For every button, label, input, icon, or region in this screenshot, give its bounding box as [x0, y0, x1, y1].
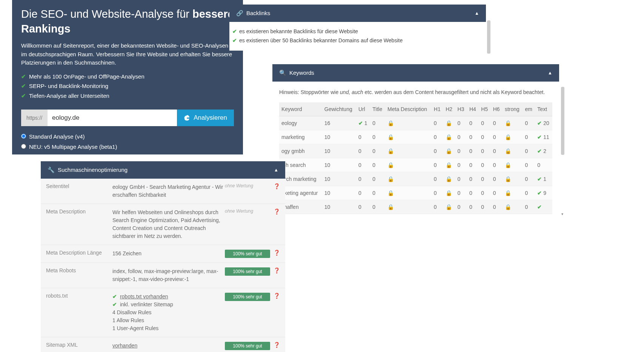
- hero-feature-item: ✔Tiefen-Analyse aller Unterseiten: [21, 91, 234, 101]
- help-icon[interactable]: ❓: [270, 293, 280, 299]
- lock-icon: 🔒: [387, 120, 394, 126]
- table-header: Title: [370, 102, 385, 116]
- table-cell: 0: [479, 144, 490, 158]
- table-cell: ogy gmbh: [279, 144, 322, 158]
- keywords-hint: Hinweis: Stoppwörter wie und, auch etc. …: [279, 88, 552, 96]
- check-icon: ✔: [537, 148, 542, 154]
- seo-value: index, follow, max-image-preview:large, …: [112, 267, 225, 283]
- scrollbar[interactable]: [561, 87, 564, 155]
- seo-row: Seitentiteleology GmbH - Search Marketin…: [41, 179, 285, 204]
- backlinks-title: Backlinks: [246, 10, 270, 16]
- help-icon[interactable]: ❓: [270, 250, 280, 256]
- seo-body: Seitentiteleology GmbH - Search Marketin…: [41, 179, 285, 352]
- table-cell: 🔒: [503, 144, 523, 158]
- table-header: Text: [535, 102, 552, 116]
- lock-icon: 🔒: [446, 134, 452, 140]
- analysis-type-radios: Standard Analyse (v4) NEU: v5 Multipage …: [21, 131, 234, 152]
- table-cell: 0: [467, 116, 479, 130]
- table-cell: 0: [467, 186, 479, 200]
- table-cell: 0: [370, 186, 385, 200]
- table-header: H1: [432, 102, 443, 116]
- table-cell: ✔ 9: [535, 186, 552, 200]
- lock-icon: 🔒: [387, 204, 394, 210]
- hero-title-pre: Die SEO- und Website-Analyse für: [21, 8, 192, 20]
- table-cell: 0: [356, 200, 370, 214]
- rating-badge: 100% sehr gut: [225, 250, 270, 258]
- table-cell: 🔒: [385, 200, 432, 214]
- wrench-icon: 🔧: [48, 167, 55, 173]
- table-cell: 0: [535, 158, 552, 172]
- lock-icon: 🔒: [446, 190, 452, 196]
- table-row: irketing agentur1000🔒0🔒0000🔒0✔ 9: [279, 186, 552, 200]
- seo-value: Wir helfen Webseiten und Onlineshops dur…: [112, 208, 225, 240]
- lock-icon: 🔒: [446, 176, 452, 182]
- keywords-header[interactable]: 🔍Keywords ▲: [272, 64, 559, 82]
- radio-standard[interactable]: Standard Analyse (v4): [21, 131, 234, 142]
- robots-link[interactable]: robots.txt vorhanden: [120, 293, 168, 300]
- check-icon: ✔: [537, 134, 542, 140]
- seo-header[interactable]: 🔧Suchmaschinenoptimierung ▲: [41, 161, 285, 179]
- lock-icon: 🔒: [387, 162, 394, 168]
- seo-value: vorhanden: [112, 342, 225, 350]
- table-cell: 0: [479, 158, 490, 172]
- table-cell: 0: [455, 200, 467, 214]
- table-header: H3: [455, 102, 467, 116]
- help-icon[interactable]: ❓: [270, 267, 280, 273]
- chevron-up-icon: ▲: [274, 167, 278, 173]
- analyze-button[interactable]: Analysieren: [177, 110, 234, 126]
- table-cell: marketing: [279, 130, 322, 144]
- lock-icon: 🔒: [505, 148, 511, 154]
- hero-feature-item: ✔Mehr als 100 OnPage- und OffPage-Analys…: [21, 72, 234, 82]
- table-cell: 🔒: [385, 158, 432, 172]
- table-header: em: [523, 102, 535, 116]
- table-cell: ✔ 2: [535, 144, 552, 158]
- search-icon: 🔍: [279, 69, 286, 76]
- table-header: Gewichtung: [322, 102, 356, 116]
- seo-panel: 🔧Suchmaschinenoptimierung ▲ Seitentitele…: [41, 161, 285, 352]
- table-cell: 0: [432, 144, 443, 158]
- hero-title: Die SEO- und Website-Analyse für bessere…: [21, 7, 234, 36]
- table-cell: 0: [370, 144, 385, 158]
- table-cell: 🔒: [443, 158, 455, 172]
- table-cell: 0: [491, 172, 503, 186]
- table-cell: 0: [356, 186, 370, 200]
- check-icon: ✔: [537, 120, 542, 126]
- link-icon: 🔗: [236, 10, 243, 16]
- seo-row: robots.txt✔ robots.txt vorhanden✔ inkl. …: [41, 288, 285, 337]
- table-cell: 0: [467, 144, 479, 158]
- seo-link[interactable]: vorhanden: [112, 343, 137, 349]
- table-cell: 0: [455, 144, 467, 158]
- chevron-up-icon: ▲: [548, 70, 552, 76]
- check-icon: ✔: [537, 176, 542, 182]
- table-cell: arch marketing: [279, 172, 322, 186]
- check-icon: ✔: [21, 83, 26, 89]
- seo-label: Seitentitel: [46, 183, 112, 189]
- table-cell: 10: [322, 172, 356, 186]
- table-cell: 0: [432, 172, 443, 186]
- lock-icon: 🔒: [446, 204, 452, 210]
- scrollbar[interactable]: [487, 20, 490, 54]
- backlinks-header[interactable]: 🔗Backlinks ▲: [229, 5, 486, 22]
- table-header: H5: [479, 102, 490, 116]
- help-icon[interactable]: ❓: [270, 208, 280, 215]
- table-cell: 0: [432, 116, 443, 130]
- table-header: H2: [443, 102, 455, 116]
- table-cell: ✔ 20: [535, 116, 552, 130]
- hero-feature-item: ✔SERP- und Backlink-Monitoring: [21, 81, 234, 91]
- help-icon[interactable]: ❓: [270, 342, 280, 348]
- backlinks-panel: 🔗Backlinks ▲ ✔es existieren bekannte Bac…: [229, 5, 486, 51]
- check-icon: ✔: [537, 204, 542, 210]
- scroll-down-icon[interactable]: ▾: [560, 212, 564, 216]
- table-cell: irketing agentur: [279, 186, 322, 200]
- check-icon: ✔: [21, 73, 26, 80]
- radio-v5[interactable]: NEU: v5 Multipage Analyse (beta1): [21, 142, 234, 152]
- url-input[interactable]: [48, 110, 177, 126]
- help-icon[interactable]: ❓: [270, 183, 280, 189]
- rating-badge: 100% sehr gut: [225, 267, 270, 276]
- seo-label: Meta Description Länge: [46, 250, 112, 256]
- table-header: strong: [503, 102, 523, 116]
- table-cell: 0: [455, 130, 467, 144]
- seo-row: Meta Robotsindex, follow, max-image-prev…: [41, 263, 285, 288]
- table-cell: 0: [491, 144, 503, 158]
- seo-title: Suchmaschinenoptimierung: [58, 167, 128, 173]
